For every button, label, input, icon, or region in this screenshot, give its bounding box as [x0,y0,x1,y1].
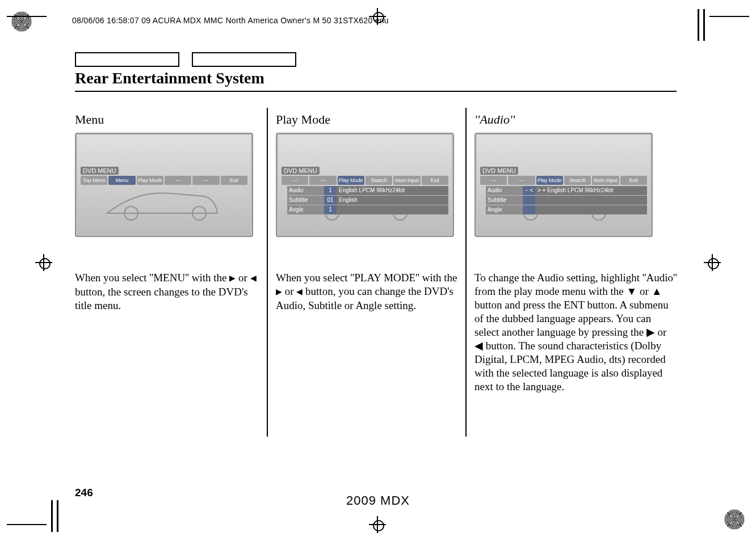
registration-bullseye-top-left [11,11,32,32]
text-run: button, the screen changes to the DVD's … [75,286,248,311]
option-row: Subtitle [486,196,647,205]
screen-tab: --- [192,176,219,185]
screen-tab: Play Mode [338,176,364,185]
trim-bar [698,9,699,41]
left-arrow-icon: ◀ [250,272,257,285]
screen-title: DVD MENU [81,167,119,175]
tab-outline [192,52,296,67]
text-run: or [282,285,296,297]
option-num: 01 [324,196,337,205]
screen-tab: Play Mode [137,176,163,185]
screen-tab-row: Top Menu Menu Play Mode --- --- Exit [81,176,247,185]
section-title: Rear Entertainment System [75,69,264,87]
option-num: 1 [324,186,337,195]
crop-mark-bottom [369,516,386,533]
screen-option-rows: Audio− <> + English LPCM 96kHz24bit Subt… [486,186,647,215]
text-run: or [236,272,250,284]
screen-option-rows: Audio1English LPCM 96kHz24bit Subtitle01… [287,186,448,215]
crop-mark-right [704,254,721,271]
screen-title: DVD MENU [282,167,320,175]
running-header: 08/06/06 16:58:07 09 ACURA MDX MMC North… [72,16,389,25]
crop-mark-left [35,254,52,271]
screen-tab: Exit [620,176,647,185]
tab-outline [75,52,179,67]
option-num: 1 [324,205,337,214]
column-heading: ''Audio'' [474,112,678,127]
option-value [535,196,647,205]
option-label: Angle [287,205,324,214]
page: 08/06/06 16:58:07 09 ACURA MDX MMC North… [0,0,756,541]
screen-tab: --- [165,176,191,185]
option-row: Angle1 [287,205,448,215]
option-value: English [337,196,448,205]
column-body: When you select ''PLAY MODE'' with the ▶… [276,271,462,312]
footer-model: 2009 MDX [0,493,756,508]
text-run: When you select ''PLAY MODE'' with the [276,272,457,284]
screen-tab: Menu [108,176,135,185]
screen-title: DVD MENU [480,167,518,175]
column-divider [267,108,268,437]
column-body: When you select ''MENU'' with the ▶ or ◀… [75,271,261,312]
option-num [523,205,535,214]
dvd-screenshot-menu: DVD MENU Top Menu Menu Play Mode --- ---… [75,133,253,237]
screen-tab: --- [282,176,308,185]
column-body: To change the Audio setting, highlight '… [474,271,678,394]
column-menu: Menu DVD MENU Top Menu Menu Play Mode --… [75,112,261,312]
column-heading: Menu [75,112,261,127]
option-label: Angle [486,205,523,214]
right-arrow-icon: ▶ [276,285,282,299]
option-value [535,205,647,214]
screen-tab: --- [480,176,507,185]
screen-tab: Num Input [592,176,619,185]
screen-tab: Exit [422,176,448,185]
column-heading: Play Mode [276,112,462,127]
screen-tab: Play Mode [536,176,563,185]
trim-bar [7,524,47,525]
option-num [523,196,535,205]
option-value [337,205,448,214]
screen-tab-row: --- --- Play Mode Search Num Input Exit [282,176,448,185]
option-num: − < [523,186,535,195]
screen-tab: Num Input [393,176,420,185]
screen-tab-row: --- --- Play Mode Search Num Input Exit [480,176,647,185]
option-row: Angle [486,205,647,215]
option-value: > + English LPCM 96kHz24bit [535,186,647,195]
column-audio: ''Audio'' DVD MENU --- --- Play Mode Sea… [474,112,678,394]
trim-bar [7,16,47,17]
option-label: Audio [287,186,324,195]
trim-bar [709,16,749,17]
screen-tab: Top Menu [81,176,107,185]
left-arrow-icon: ◀ [296,285,303,299]
title-rule [75,91,677,92]
screen-tab: --- [508,176,535,185]
option-row: Audio− <> + English LPCM 96kHz24bit [486,186,647,196]
option-label: Subtitle [287,196,324,205]
option-label: Audio [486,186,523,195]
option-label: Subtitle [486,196,523,205]
dvd-screenshot-audio: DVD MENU --- --- Play Mode Search Num In… [474,133,653,237]
screen-tab: Exit [221,176,247,185]
text-run: When you select ''MENU'' with the [75,272,229,284]
option-row: Audio1English LPCM 96kHz24bit [287,186,448,196]
column-divider [465,108,467,437]
option-row: Subtitle01English [287,196,448,205]
dvd-screenshot-play-mode: DVD MENU --- --- Play Mode Search Num In… [276,133,454,237]
column-play-mode: Play Mode DVD MENU --- --- Play Mode Sea… [276,112,462,312]
screen-tab: Search [564,176,591,185]
trim-bar [703,9,705,41]
right-arrow-icon: ▶ [229,272,236,285]
registration-bullseye-bottom-right [724,509,745,530]
screen-tab: --- [309,176,336,185]
screen-tab: Search [366,176,392,185]
option-value: English LPCM 96kHz24bit [337,186,448,195]
